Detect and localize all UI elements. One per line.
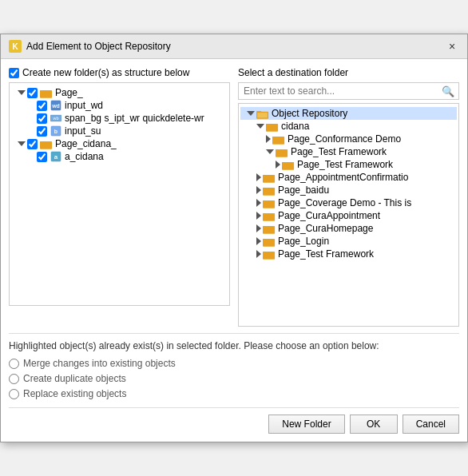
svg-rect-24 xyxy=(263,174,268,177)
right-tree[interactable]: Object Repository cidana xyxy=(238,103,459,327)
tree-row[interactable]: Object Repository xyxy=(240,107,457,120)
dialog: K Add Element to Object Repository × Cre… xyxy=(0,34,468,442)
tree-item-label: Page_Test Framework xyxy=(278,248,374,260)
folder-icon xyxy=(40,138,53,149)
tree-row[interactable]: Page_cidana_ xyxy=(11,137,228,150)
folder-icon xyxy=(263,210,276,221)
tree-row[interactable]: wb span_bg s_ipt_wr quickdelete-wr xyxy=(11,112,228,125)
search-container: 🔍 xyxy=(238,82,459,100)
tree-item-label: Page_AppointmentConfirmatio xyxy=(278,172,408,183)
tree-row[interactable]: Page_Coverage Demo - This is xyxy=(240,196,457,209)
tree-row[interactable]: Page_Test Framework xyxy=(240,158,457,171)
tree-item-label: Page_Conformance Demo xyxy=(288,133,401,145)
svg-rect-22 xyxy=(282,161,288,164)
app-icon: K xyxy=(9,40,22,53)
tree-row[interactable]: Page_CuraAppointment xyxy=(240,209,457,222)
tree-row[interactable]: Page_Test Framework xyxy=(240,145,457,158)
left-tree[interactable]: Page_ wd input_wd xyxy=(9,82,230,306)
svg-rect-18 xyxy=(272,136,278,138)
svg-rect-16 xyxy=(266,123,272,125)
new-folder-button[interactable]: New Folder xyxy=(268,415,344,434)
search-input[interactable] xyxy=(238,82,459,100)
file-icon: wb xyxy=(50,113,62,124)
notice-text: Highlighted object(s) already exist(s) i… xyxy=(9,340,459,351)
svg-rect-20 xyxy=(276,149,281,151)
tree-item-label: cidana xyxy=(281,121,309,132)
tree-checkbox[interactable] xyxy=(37,113,47,124)
file-icon: wd xyxy=(50,100,62,111)
folder-icon xyxy=(276,146,288,157)
folder-icon xyxy=(263,184,276,196)
right-panel: Select a destination folder 🔍 Object Re xyxy=(238,67,459,327)
tree-checkbox[interactable] xyxy=(27,139,38,149)
top-section: Create new folder(s) as structure below … xyxy=(9,67,459,327)
left-panel: Create new folder(s) as structure below … xyxy=(9,67,230,327)
radio-merge-label[interactable]: Merge changes into existing objects xyxy=(9,358,459,369)
folder-icon xyxy=(40,87,53,98)
svg-rect-9 xyxy=(40,141,46,143)
tree-item-label: Page_Coverage Demo - This is xyxy=(278,197,411,208)
tree-row[interactable]: Page_ xyxy=(11,86,228,99)
tree-row[interactable]: cidana xyxy=(240,120,457,133)
tree-row[interactable]: a a_cidana xyxy=(11,150,228,163)
folder-icon xyxy=(263,223,276,234)
svg-rect-36 xyxy=(263,251,268,253)
expand-icon xyxy=(266,135,271,143)
folder-icon xyxy=(263,197,276,208)
file-icon: b xyxy=(50,125,62,137)
svg-rect-14 xyxy=(257,112,268,117)
expand-icon xyxy=(247,111,255,116)
folder-icon xyxy=(266,121,279,132)
tree-row[interactable]: Page_Test Framework xyxy=(240,248,457,260)
svg-text:a: a xyxy=(54,153,58,161)
folder-icon xyxy=(282,159,295,170)
tree-checkbox[interactable] xyxy=(37,101,47,111)
tree-item-label: Page_Test Framework xyxy=(291,146,387,157)
link-icon: a xyxy=(50,151,62,162)
create-folders-checkbox[interactable] xyxy=(9,68,19,78)
tree-row[interactable]: b input_su xyxy=(11,125,228,137)
tree-item-label: input_su xyxy=(65,125,101,137)
radio-duplicate[interactable] xyxy=(9,374,19,384)
title-bar-left: K Add Element to Object Repository xyxy=(9,40,171,53)
expand-icon xyxy=(256,173,261,181)
tree-row[interactable]: Page_baidu xyxy=(240,184,457,196)
folder-icon xyxy=(272,133,285,145)
folder-icon xyxy=(263,236,276,247)
tree-item-label: Object Repository xyxy=(272,108,347,119)
svg-rect-1 xyxy=(40,89,46,92)
radio-replace[interactable] xyxy=(9,389,19,399)
expand-icon xyxy=(256,250,261,258)
svg-text:b: b xyxy=(54,129,58,134)
tree-row[interactable]: Page_AppointmentConfirmatio xyxy=(240,171,457,184)
radio-duplicate-label[interactable]: Create duplicate objects xyxy=(9,373,459,384)
dialog-title: Add Element to Object Repository xyxy=(26,41,171,52)
search-icon: 🔍 xyxy=(442,85,454,97)
radio-merge[interactable] xyxy=(9,359,19,369)
tree-row[interactable]: Page_Conformance Demo xyxy=(240,133,457,145)
radio-group: Merge changes into existing objects Crea… xyxy=(9,358,459,399)
dialog-body: Create new folder(s) as structure below … xyxy=(1,59,467,442)
tree-row[interactable]: Page_Login xyxy=(240,235,457,248)
radio-merge-text: Merge changes into existing objects xyxy=(23,358,176,369)
ok-button[interactable]: OK xyxy=(350,415,398,434)
cancel-button[interactable]: Cancel xyxy=(403,415,459,434)
expand-icon xyxy=(266,149,274,154)
tree-checkbox[interactable] xyxy=(27,88,38,98)
radio-replace-label[interactable]: Replace existing objects xyxy=(9,388,459,399)
tree-item-label: Page_Test Framework xyxy=(297,159,393,170)
tree-row[interactable]: Page_CuraHomepage xyxy=(240,222,457,235)
tree-row[interactable]: wd input_wd xyxy=(11,99,228,112)
create-folders-label[interactable]: Create new folder(s) as structure below xyxy=(9,67,230,78)
svg-text:wd: wd xyxy=(51,103,60,109)
tree-checkbox[interactable] xyxy=(37,126,47,137)
tree-checkbox[interactable] xyxy=(37,152,47,162)
expand-icon xyxy=(256,124,264,129)
close-button[interactable]: × xyxy=(445,39,459,54)
folder-icon xyxy=(263,248,276,260)
svg-text:wb: wb xyxy=(53,116,59,121)
svg-rect-32 xyxy=(263,225,268,228)
expand-icon xyxy=(276,161,280,169)
expand-icon xyxy=(18,141,26,146)
bottom-buttons: New Folder OK Cancel xyxy=(9,407,459,434)
